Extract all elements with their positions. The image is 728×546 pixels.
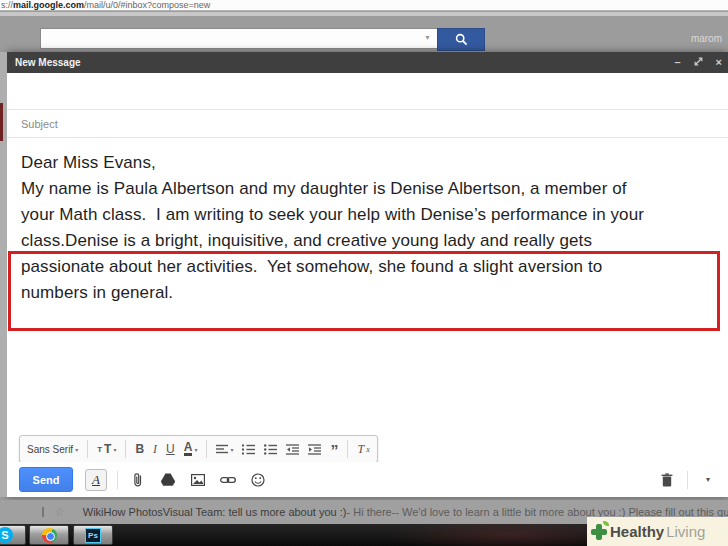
link-icon	[220, 476, 236, 484]
search-button[interactable]	[437, 28, 485, 51]
smiley-icon	[251, 473, 265, 487]
more-options-button[interactable]: ▾	[698, 469, 718, 491]
body-line: passionate about her activities. Yet som…	[21, 254, 714, 280]
taskbar-chrome-button[interactable]	[29, 525, 69, 545]
indent-more-button[interactable]	[308, 444, 321, 455]
compose-window: New Message – × Dear Miss Evans, My name…	[7, 52, 728, 497]
chrome-icon	[42, 528, 57, 543]
minimize-icon[interactable]: –	[674, 52, 680, 73]
attach-file-button[interactable]	[128, 469, 148, 491]
toolbar-divider	[125, 440, 126, 458]
body-line: your Math class. I am writing to seek yo…	[21, 202, 714, 228]
chevron-down-icon: ▾	[230, 446, 233, 453]
search-input[interactable]	[40, 28, 437, 49]
taskbar-skype-button[interactable]: S	[0, 525, 26, 545]
skype-icon: S	[0, 527, 13, 543]
remove-formatting-button[interactable]: Tx	[357, 442, 369, 457]
browser-address-bar[interactable]: s://mail.google.com/mail/u/0/#inbox?comp…	[0, 0, 728, 11]
drive-icon	[161, 473, 175, 486]
indent-less-button[interactable]	[286, 444, 299, 455]
insert-link-button[interactable]	[218, 469, 238, 491]
star-icon[interactable]: ☆	[54, 505, 65, 519]
photoshop-icon: Ps	[85, 528, 101, 543]
url-path: /mail/u/0/#inbox?compose=new	[84, 0, 210, 10]
message-body[interactable]: Dear Miss Evans, My name is Paula Albert…	[7, 138, 728, 318]
recipients-field[interactable]	[7, 73, 728, 110]
insert-drive-button[interactable]	[158, 469, 178, 491]
align-left-icon	[216, 444, 228, 454]
chevron-down-icon: ▾	[75, 446, 78, 453]
insert-photo-button[interactable]	[188, 469, 208, 491]
toolbar-divider	[347, 440, 348, 458]
underline-button[interactable]: U	[166, 442, 175, 456]
formatting-toolbar: Sans Serif▾ TT▾ B I U A▾ ▾ ” Tx	[19, 435, 378, 463]
watermark-light-text: Living	[666, 523, 705, 540]
font-family-label: Sans Serif	[27, 444, 73, 455]
gmail-header: ▼ marom	[0, 16, 728, 52]
text-color-button[interactable]: A▾	[184, 442, 198, 456]
compose-window-controls: – ×	[674, 52, 722, 73]
actions-divider	[117, 471, 118, 489]
send-button[interactable]: Send	[19, 467, 73, 492]
bold-button[interactable]: B	[135, 442, 144, 456]
search-icon	[455, 33, 468, 46]
compose-title: New Message	[15, 57, 81, 68]
chevron-down-icon: ▾	[113, 446, 116, 453]
italic-button[interactable]: I	[153, 442, 157, 457]
paperclip-icon	[133, 472, 143, 488]
email-sender: WikiHow Photos	[83, 506, 163, 518]
numbered-list-icon	[242, 444, 255, 455]
body-line: My name is Paula Albertson and my daught…	[21, 176, 714, 202]
discard-draft-button[interactable]	[657, 469, 677, 491]
body-line: numbers in general.	[21, 280, 714, 306]
body-line: class.Denise is a bright, inquisitive, a…	[21, 228, 714, 254]
watermark-bold-text: Healthy	[610, 523, 664, 540]
subject-field[interactable]	[7, 111, 728, 138]
font-size-select[interactable]: TT▾	[97, 442, 116, 456]
actions-divider	[687, 471, 688, 489]
indent-less-icon	[286, 444, 299, 455]
trash-icon	[661, 473, 673, 487]
formatting-options-button[interactable]: A	[85, 469, 107, 491]
email-checkbox[interactable]	[42, 507, 44, 517]
toolbar-divider	[206, 440, 207, 458]
photo-icon	[191, 474, 205, 486]
bulleted-list-icon	[264, 444, 277, 455]
insert-emoji-button[interactable]	[248, 469, 268, 491]
align-button[interactable]: ▾	[216, 444, 233, 454]
compose-actions-bar: Send A	[7, 462, 728, 497]
font-family-select[interactable]: Sans Serif▾	[27, 444, 78, 455]
chevron-down-icon: ▾	[706, 475, 710, 484]
numbered-list-button[interactable]	[242, 444, 255, 455]
url-prefix: s://	[1, 0, 13, 10]
chevron-down-icon: ▾	[194, 446, 197, 453]
email-subject: Visual Team: tell us more about you :)	[163, 506, 347, 518]
indent-more-icon	[308, 444, 321, 455]
page-edge-artifact	[0, 103, 3, 141]
url-domain: mail.google.com	[13, 0, 84, 10]
body-line: Dear Miss Evans,	[21, 150, 714, 176]
close-icon[interactable]: ×	[716, 52, 722, 73]
taskbar-photoshop-button[interactable]: Ps	[73, 525, 113, 545]
search-scope-caret-icon[interactable]: ▼	[424, 34, 431, 41]
popout-icon[interactable]	[694, 52, 703, 73]
quote-button[interactable]: ”	[330, 447, 338, 457]
compose-header[interactable]: New Message – ×	[7, 52, 728, 73]
account-name[interactable]: marom	[691, 33, 722, 44]
healthy-living-watermark: Healthy Living	[587, 517, 728, 546]
toolbar-divider	[87, 440, 88, 458]
bulleted-list-button[interactable]	[264, 444, 277, 455]
compose-actions-right: ▾	[657, 462, 718, 497]
green-cross-icon	[591, 524, 607, 540]
